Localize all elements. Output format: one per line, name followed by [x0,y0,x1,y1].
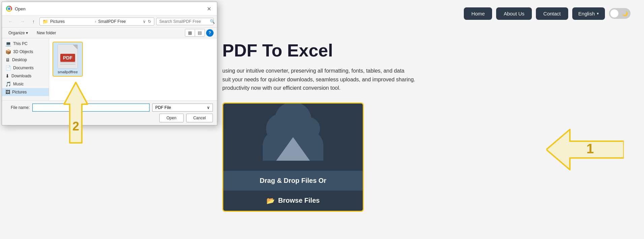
forward-button[interactable]: → [18,17,28,26]
dialog-titlebar: Open ✕ [2,2,217,16]
desktop-icon: 🖥 [5,57,10,63]
open-button[interactable]: Open [159,114,183,122]
search-bar: 🔍 [156,18,214,25]
cloud-icon [259,117,327,161]
moon-icon: 🌙 [622,11,628,16]
sidebar-item-3dobjects[interactable]: 📦 3D Objects [2,48,49,56]
chevron-down-icon: ▾ [597,11,599,16]
sidebar-item-music[interactable]: 🎵 Music [2,80,49,88]
address-subpath: SmallPDF Free [98,19,141,24]
address-path: Pictures [50,19,93,24]
3dobjects-icon: 📦 [5,49,11,54]
file-icon: PDF [58,44,78,69]
arrow-2-svg: 2 [62,81,89,145]
sidebar-item-desktop[interactable]: 🖥 Desktop [2,56,49,64]
folder-open-icon: 📂 [266,197,275,205]
dialog-title-left: Open [6,6,26,12]
dialog-title-text: Open [15,6,26,11]
up-button[interactable]: ↑ [30,17,37,26]
sidebar-item-documents[interactable]: 📄 Documents [2,64,49,72]
cancel-button[interactable]: Cancel [186,114,213,122]
view-list-button[interactable]: ▤ [195,29,204,36]
dialog-toolbar: ← → ↑ 📁 Pictures › SmallPDF Free ∨ ↻ 🔍 [2,16,217,28]
search-icon: 🔍 [210,19,215,24]
file-open-dialog: Open ✕ ← → ↑ 📁 Pictures › SmallPDF Free … [2,2,217,125]
dialog-body: 💻 This PC 📦 3D Objects 🖥 Desktop 📄 Docum… [2,38,217,101]
footer-actions: Open Cancel [6,114,213,122]
upload-area[interactable]: Drag & Drop Files Or 📂 Browse Files [222,103,364,212]
file-item-smallpdffree[interactable]: PDF smallpdffree [53,42,83,77]
dialog-subbar: Organize ▾ New folder ▦ ▤ ? [2,28,217,38]
address-bar: 📁 Pictures › SmallPDF Free ∨ ↻ [39,17,154,26]
folder-icon: 📁 [42,19,48,24]
step-1-arrow: 1 [546,128,624,171]
toggle-circle [610,9,618,17]
music-icon: 🎵 [5,81,11,87]
about-button[interactable]: About Us [496,7,532,20]
computer-icon: 💻 [5,41,11,46]
search-input[interactable] [159,19,210,24]
dialog-close-button[interactable]: ✕ [205,5,213,13]
arrow-2-number: 2 [72,119,79,133]
filename-label: File name: [6,105,30,110]
dialog-footer: File name: PDF File ∨ Open Cancel [2,101,217,125]
arrow-1-number: 1 [586,141,594,156]
chrome-icon [6,6,12,12]
contact-button[interactable]: Contact [536,7,568,20]
help-button[interactable]: ? [206,29,214,37]
file-name-label: smallpdffree [58,70,78,74]
footer-filename-row: File name: PDF File ∨ [6,104,213,112]
drag-drop-area[interactable]: Drag & Drop Files Or [223,171,363,191]
address-dropdown-button[interactable]: ∨ [143,19,146,24]
downloads-icon: ⬇ [5,73,9,79]
svg-marker-0 [546,129,624,170]
page-title: PDF To Excel [222,40,624,61]
filetype-dropdown[interactable]: PDF File ∨ [152,104,213,112]
downloads-label: Downloads [11,74,31,78]
view-toggle: ▦ ▤ [185,29,205,37]
sidebar-item-downloads[interactable]: ⬇ Downloads [2,72,49,80]
address-separator: › [95,19,96,24]
address-refresh-button[interactable]: ↻ [148,19,151,24]
svg-marker-1 [64,82,88,143]
organize-button[interactable]: Organize ▾ [5,29,31,37]
pictures-icon: 🖼 [5,89,10,95]
dialog-sidebar: 💻 This PC 📦 3D Objects 🖥 Desktop 📄 Docum… [2,38,49,101]
sidebar-item-thispc[interactable]: 💻 This PC [2,40,49,48]
theme-toggle[interactable]: 🌙 [609,8,631,19]
page-description: using our intuitive converter, preservin… [222,67,458,92]
documents-icon: 📄 [5,65,11,71]
sidebar-item-pictures[interactable]: 🖼 Pictures [2,88,49,96]
view-grid-button[interactable]: ▦ [185,29,195,36]
browse-files-button[interactable]: 📂 Browse Files [223,191,363,211]
back-button[interactable]: ← [5,17,15,26]
language-button[interactable]: English ▾ [572,7,605,20]
upload-visual [223,104,363,171]
home-button[interactable]: Home [464,7,492,20]
step-2-arrow: 2 [62,81,89,145]
arrow-1-svg: 1 [546,128,624,171]
new-folder-button[interactable]: New folder [34,29,59,37]
pdf-badge: PDF [60,54,75,62]
filename-input[interactable] [32,104,150,112]
